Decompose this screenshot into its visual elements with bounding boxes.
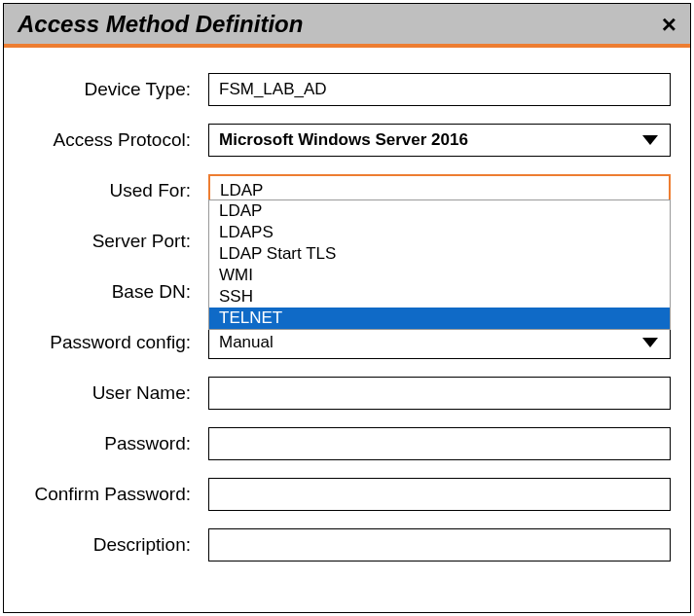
label-server-port: Server Port: [23, 231, 208, 252]
dropdown-option-ssh[interactable]: SSH [209, 286, 670, 308]
label-password-config: Password config: [23, 332, 208, 353]
password-config-select[interactable]: Manual [208, 326, 671, 359]
user-name-input[interactable] [208, 377, 671, 410]
dropdown-option-ldap-start-tls[interactable]: LDAP Start TLS [209, 243, 670, 265]
row-description: Description: [23, 528, 671, 562]
device-type-value: FSM_LAB_AD [219, 73, 327, 106]
dropdown-option-ldap[interactable]: LDAP [209, 200, 670, 222]
label-description: Description: [23, 534, 208, 556]
label-user-name: User Name: [23, 382, 208, 404]
dropdown-option-ldaps[interactable]: LDAPS [209, 222, 670, 243]
label-used-for: Used For: [23, 180, 208, 201]
label-access-protocol: Access Protocol: [23, 129, 208, 151]
svg-marker-1 [642, 338, 658, 347]
label-base-dn: Base DN: [23, 281, 208, 303]
device-type-field[interactable]: FSM_LAB_AD [208, 73, 671, 106]
confirm-password-input[interactable] [208, 478, 671, 511]
row-user-name: User Name: [23, 377, 671, 410]
description-input[interactable] [208, 528, 671, 562]
password-input[interactable] [208, 427, 671, 460]
form-body: Device Type: FSM_LAB_AD Access Protocol:… [4, 48, 690, 598]
svg-marker-0 [642, 135, 658, 145]
access-method-dialog: Access Method Definition × Device Type: … [3, 3, 691, 613]
dropdown-option-wmi[interactable]: WMI [209, 265, 670, 286]
access-protocol-select[interactable]: Microsoft Windows Server 2016 [208, 124, 671, 157]
dialog-title: Access Method Definition [18, 11, 303, 38]
label-confirm-password: Confirm Password: [23, 484, 208, 505]
row-confirm-password: Confirm Password: [23, 478, 671, 511]
titlebar: Access Method Definition × [4, 4, 690, 48]
label-device-type: Device Type: [23, 79, 208, 100]
password-config-value: Manual [219, 326, 274, 359]
chevron-down-icon [642, 135, 658, 145]
label-password: Password: [23, 433, 208, 454]
row-password: Password: [23, 427, 671, 460]
close-icon[interactable]: × [662, 12, 676, 37]
row-access-protocol: Access Protocol: Microsoft Windows Serve… [23, 124, 671, 157]
row-device-type: Device Type: FSM_LAB_AD [23, 73, 671, 106]
chevron-down-icon [642, 338, 658, 347]
dropdown-option-telnet[interactable]: TELNET [209, 308, 670, 329]
access-protocol-value: Microsoft Windows Server 2016 [219, 124, 468, 157]
used-for-dropdown[interactable]: LDAP LDAPS LDAP Start TLS WMI SSH TELNET [208, 199, 671, 330]
row-password-config: Password config: Manual [23, 326, 671, 359]
